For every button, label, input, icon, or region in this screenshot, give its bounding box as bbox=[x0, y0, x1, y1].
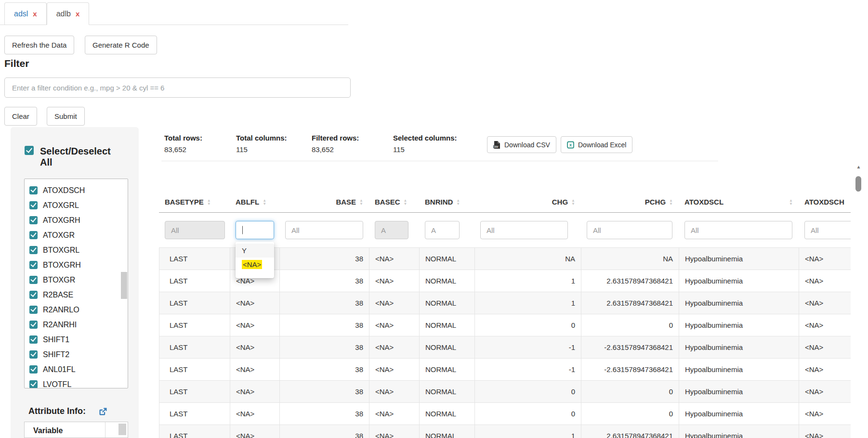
svg-text:x: x bbox=[569, 142, 572, 147]
column-header-PCHG[interactable]: PCHG ▲▼ bbox=[581, 192, 679, 212]
checkbox-checked-icon[interactable] bbox=[29, 365, 38, 374]
app-window: adsl x adlb x Refresh the Data Generate … bbox=[0, 0, 868, 438]
column-option-SHIFT1[interactable]: SHIFT1 bbox=[29, 332, 128, 347]
column-header-BNRIND[interactable]: BNRIND ▲▼ bbox=[419, 192, 474, 212]
checkbox-checked-icon[interactable] bbox=[29, 201, 38, 209]
column-option-BTOXGRL[interactable]: BTOXGRL bbox=[29, 243, 128, 258]
filter-input-ATOXDSCH[interactable] bbox=[804, 221, 851, 239]
column-option-ATOXGR[interactable]: ATOXGR bbox=[29, 228, 128, 243]
refresh-data-button[interactable]: Refresh the Data bbox=[4, 36, 74, 54]
filter-input-BASETYPE[interactable] bbox=[165, 221, 225, 239]
table-header-row: BASETYPE ▲▼ ABLFL ▲▼ BASE ▲▼ BASEC ▲▼ BN… bbox=[159, 192, 851, 213]
cell-BASEC: <NA> bbox=[369, 314, 419, 336]
column-option-R2BASE[interactable]: R2BASE bbox=[29, 287, 128, 302]
column-header-ATOXDSCL[interactable]: ATOXDSCL ▲▼ bbox=[679, 192, 799, 212]
cell-ABLFL: <NA> bbox=[230, 359, 279, 381]
filter-condition-input[interactable] bbox=[4, 77, 351, 98]
clear-button[interactable]: Clear bbox=[4, 107, 37, 126]
filter-cell bbox=[799, 221, 851, 239]
column-option-ANL01FL[interactable]: ANL01FL bbox=[29, 362, 128, 377]
generate-r-code-button[interactable]: Generate R Code bbox=[85, 36, 157, 54]
column-option-label: ATOXGRH bbox=[43, 216, 80, 225]
cell-BASE: 38 bbox=[279, 381, 369, 403]
table-row: LAST<NA>38<NA>NORMAL-1-2.631578947368421… bbox=[159, 359, 851, 381]
filter-input-BASE[interactable] bbox=[285, 221, 363, 239]
list-scrollbar-thumb[interactable] bbox=[121, 272, 127, 299]
stat-value: 115 bbox=[393, 145, 457, 154]
checkbox-checked-icon[interactable] bbox=[29, 291, 38, 299]
checkbox-checked-icon[interactable] bbox=[29, 186, 38, 194]
dropdown-option-Y[interactable]: Y bbox=[236, 244, 274, 258]
checkbox-checked-icon[interactable] bbox=[29, 261, 38, 269]
checkbox-checked-icon[interactable] bbox=[25, 146, 34, 155]
filter-input-CHG[interactable] bbox=[480, 221, 568, 239]
column-option-LVOTFL[interactable]: LVOTFL bbox=[29, 377, 128, 388]
filter-input-BNRIND[interactable] bbox=[425, 221, 460, 239]
checkbox-checked-icon[interactable] bbox=[29, 276, 38, 284]
scroll-up-arrow-icon[interactable]: ▲ bbox=[855, 164, 863, 170]
column-option-ATOXDSCH[interactable]: ATOXDSCH bbox=[29, 183, 128, 198]
tab-close-icon[interactable]: x bbox=[76, 10, 79, 18]
cell-PCHG: -2.631578947368421 bbox=[581, 359, 679, 381]
cell-ATOXDSCL: Hypoalbuminemia bbox=[679, 314, 799, 336]
cell-ABLFL: <NA> bbox=[230, 314, 279, 336]
filter-input-BASEC[interactable] bbox=[375, 221, 408, 239]
column-option-R2ANRLO[interactable]: R2ANRLO bbox=[29, 302, 128, 317]
cell-BASE: 38 bbox=[279, 425, 369, 438]
filter-cell bbox=[474, 221, 581, 239]
external-link-icon[interactable] bbox=[98, 407, 108, 416]
download-excel-button[interactable]: x Download Excel bbox=[561, 136, 632, 153]
cell-BASETYPE: LAST bbox=[159, 248, 230, 270]
cell-BNRIND: NORMAL bbox=[419, 248, 474, 270]
dropdown-option-<NA>[interactable]: <NA> bbox=[236, 258, 274, 271]
column-option-ATOXGRH[interactable]: ATOXGRH bbox=[29, 213, 128, 228]
column-option-ATOXGRL[interactable]: ATOXGRL bbox=[29, 198, 128, 213]
cell-PCHG: 0 bbox=[581, 403, 679, 425]
filter-input-ATOXDSCL[interactable] bbox=[684, 221, 792, 239]
filter-cell bbox=[679, 221, 799, 239]
column-header-ABLFL[interactable]: ABLFL ▲▼ bbox=[230, 192, 279, 212]
column-option-R2ANRHI[interactable]: R2ANRHI bbox=[29, 317, 128, 332]
column-option-label: R2BASE bbox=[43, 291, 73, 299]
cell-BASE: 38 bbox=[279, 314, 369, 336]
cell-BASEC: <NA> bbox=[369, 381, 419, 403]
column-header-BASEC[interactable]: BASEC ▲▼ bbox=[369, 192, 419, 212]
filter-heading: Filter bbox=[4, 58, 29, 69]
checkbox-checked-icon[interactable] bbox=[29, 306, 38, 314]
tab-adlb[interactable]: adlb x bbox=[47, 2, 90, 25]
cell-BASE: 38 bbox=[279, 359, 369, 381]
scrollbar-thumb[interactable] bbox=[855, 176, 861, 192]
column-option-label: ATOXGR bbox=[43, 231, 75, 240]
column-option-label: BTOXGR bbox=[43, 276, 75, 284]
checkbox-checked-icon[interactable] bbox=[29, 321, 38, 329]
column-option-BTOXGR[interactable]: BTOXGR bbox=[29, 272, 128, 287]
download-csv-button[interactable]: CSV Download CSV bbox=[487, 136, 556, 153]
select-deselect-all-checkbox[interactable]: Select/Deselect All bbox=[25, 146, 120, 168]
stat-label: Total columns: bbox=[236, 134, 287, 142]
filter-input-ABLFL[interactable] bbox=[236, 221, 274, 239]
cell-BASE: 38 bbox=[279, 292, 369, 314]
checkbox-checked-icon[interactable] bbox=[29, 335, 38, 344]
checkbox-checked-icon[interactable] bbox=[29, 231, 38, 239]
checkbox-checked-icon[interactable] bbox=[29, 380, 38, 388]
column-option-SHIFT2[interactable]: SHIFT2 bbox=[29, 347, 128, 362]
column-header-label: ABLFL bbox=[236, 198, 259, 206]
checkbox-checked-icon[interactable] bbox=[29, 216, 38, 224]
checkbox-checked-icon[interactable] bbox=[29, 350, 38, 359]
filter-input-PCHG[interactable] bbox=[587, 221, 672, 239]
submit-button[interactable]: Submit bbox=[47, 107, 85, 126]
column-option-BTOXGRH[interactable]: BTOXGRH bbox=[29, 258, 128, 272]
checkbox-checked-icon[interactable] bbox=[29, 246, 38, 254]
sort-arrows-icon: ▲▼ bbox=[789, 199, 793, 206]
column-header-BASE[interactable]: BASE ▲▼ bbox=[279, 192, 369, 212]
tab-close-icon[interactable]: x bbox=[33, 10, 37, 18]
column-header-BASETYPE[interactable]: BASETYPE ▲▼ bbox=[159, 192, 230, 212]
column-header-CHG[interactable]: CHG ▲▼ bbox=[474, 192, 581, 212]
horizontal-divider bbox=[161, 161, 718, 161]
attr-table-scrollbar-thumb[interactable] bbox=[118, 424, 126, 435]
column-header-ATOXDSCH[interactable]: ATOXDSCH bbox=[799, 192, 851, 212]
tab-adsl[interactable]: adsl x bbox=[4, 2, 47, 25]
cell-ATOXDSCH: <NA> bbox=[799, 403, 851, 425]
table-row: LAST<NA>38<NA>NORMAL-1-2.631578947368421… bbox=[159, 336, 851, 359]
cell-BASETYPE: LAST bbox=[159, 359, 230, 381]
